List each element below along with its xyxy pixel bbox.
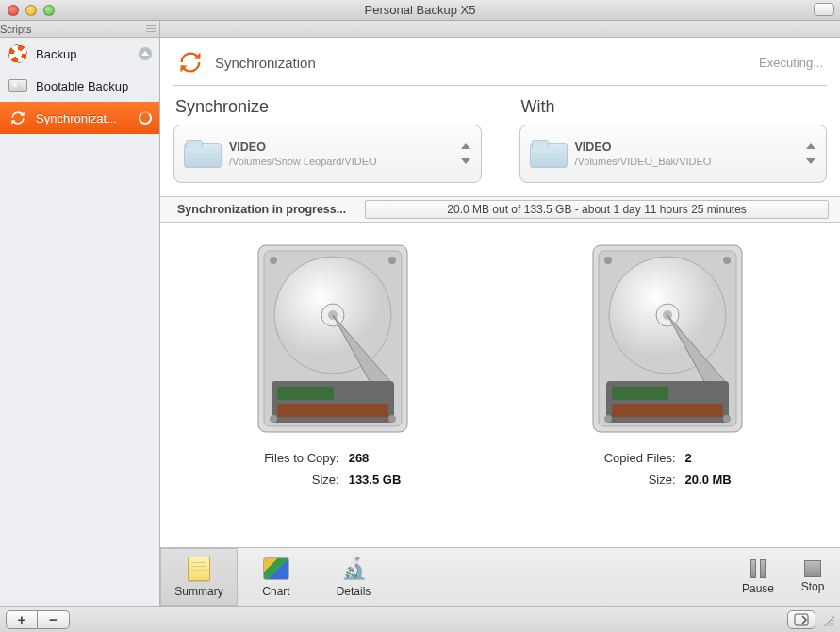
pause-label: Pause xyxy=(742,582,774,595)
harddrive-icon xyxy=(8,75,28,96)
progress-detail-text: 20.0 MB out of 133.5 GB - about 1 day 11… xyxy=(447,203,747,216)
executing-status: Executing... xyxy=(759,56,823,70)
source-folder-name: VIDEO xyxy=(229,141,451,154)
with-heading: With xyxy=(521,97,828,117)
dest-folder-name: VIDEO xyxy=(575,141,797,154)
sidebar-item-bootable-backup[interactable]: Bootable Backup xyxy=(0,70,159,102)
lifesaver-icon xyxy=(8,43,28,64)
dest-folder-picker[interactable]: VIDEO /Volumes/VIDEO_Bak/VIDEO xyxy=(519,125,828,183)
svg-point-8 xyxy=(270,257,277,264)
source-stats: Files to Copy: 268 Size: 133.5 GB xyxy=(264,451,401,487)
source-picker-stepper[interactable] xyxy=(460,143,471,164)
sidebar-item-synchronization[interactable]: Synchronizat... xyxy=(0,102,159,134)
sync-source-column: Synchronize VIDEO /Volumes/Snow Leopard/… xyxy=(173,91,482,183)
add-script-button[interactable]: + xyxy=(6,610,38,629)
zoom-window-button[interactable] xyxy=(43,5,55,16)
eject-icon[interactable] xyxy=(139,47,152,60)
main-panel: Synchronization Executing... Synchronize… xyxy=(160,38,840,606)
source-size-value: 133.5 GB xyxy=(349,473,402,487)
toolbar-toggle-button[interactable] xyxy=(814,3,834,16)
close-window-button[interactable] xyxy=(8,5,19,16)
stop-button[interactable]: Stop xyxy=(785,548,840,606)
minimize-window-button[interactable] xyxy=(25,5,37,16)
plus-icon: + xyxy=(18,611,26,627)
stop-label: Stop xyxy=(801,580,825,593)
chevron-up-icon xyxy=(806,143,815,149)
copied-files-label: Copied Files: xyxy=(604,451,676,465)
svg-rect-19 xyxy=(612,404,723,417)
svg-rect-18 xyxy=(612,387,668,400)
dest-drive-column: Copied Files: 2 Size: 20.0 MB xyxy=(515,240,822,487)
traffic-lights xyxy=(8,5,55,16)
notepad-icon xyxy=(185,556,213,582)
chart-icon xyxy=(262,556,290,582)
copied-files-value: 2 xyxy=(685,451,732,465)
playback-controls: Pause Stop xyxy=(731,548,840,606)
folder-icon xyxy=(530,140,566,168)
progress-detail-bar: 20.0 MB out of 133.5 GB - about 1 day 11… xyxy=(365,200,829,219)
resize-grip[interactable] xyxy=(821,613,834,626)
chevron-down-icon xyxy=(461,158,470,164)
chevron-up-icon xyxy=(461,143,470,149)
scripts-column-header: Scripts xyxy=(0,21,160,37)
page-title: Synchronization xyxy=(215,55,316,71)
svg-point-21 xyxy=(723,257,731,264)
harddrive-illustration xyxy=(253,240,413,438)
dest-folder-path: /Volumes/VIDEO_Bak/VIDEO xyxy=(575,156,797,167)
progress-label: Synchronization in progress... xyxy=(160,203,359,216)
chevron-down-icon xyxy=(806,158,815,164)
svg-point-11 xyxy=(388,415,396,423)
progress-spinner-icon xyxy=(139,111,152,125)
files-to-copy-value: 268 xyxy=(349,451,402,465)
dest-size-value: 20.0 MB xyxy=(685,473,732,487)
source-size-label: Size: xyxy=(264,473,338,487)
sidebar-item-backup[interactable]: Backup xyxy=(0,38,159,70)
folder-icon xyxy=(184,140,220,168)
microscope-icon: 🔬 xyxy=(339,556,368,582)
stop-icon xyxy=(804,560,821,577)
add-remove-segment: + − xyxy=(6,610,70,629)
bottom-tabbar: Summary Chart 🔬 Details Pause Stop xyxy=(160,547,840,606)
sidebar-item-label: Synchronizat... xyxy=(36,111,131,125)
sidebar-item-label: Bootable Backup xyxy=(36,79,152,93)
source-folder-picker[interactable]: VIDEO /Volumes/Snow Leopard/VIDEO xyxy=(173,125,482,183)
tab-summary[interactable]: Summary xyxy=(160,548,238,606)
svg-point-9 xyxy=(388,257,396,264)
scripts-header-label: Scripts xyxy=(0,24,32,35)
tab-label: Details xyxy=(337,585,371,598)
tab-chart[interactable]: Chart xyxy=(238,548,315,606)
svg-point-23 xyxy=(723,415,731,423)
harddrive-illustration xyxy=(587,240,748,438)
dest-stats: Copied Files: 2 Size: 20.0 MB xyxy=(604,451,732,487)
window-title: Personal Backup X5 xyxy=(0,3,840,17)
dest-picker-stepper[interactable] xyxy=(805,143,816,164)
svg-point-10 xyxy=(270,415,277,423)
svg-rect-6 xyxy=(277,387,334,400)
progress-row: Synchronization in progress... 20.0 MB o… xyxy=(160,196,840,223)
titlebar: Personal Backup X5 xyxy=(0,0,840,21)
sync-columns: Synchronize VIDEO /Volumes/Snow Leopard/… xyxy=(160,86,840,192)
tab-label: Summary xyxy=(174,585,222,598)
dest-size-label: Size: xyxy=(604,473,676,487)
window-bottom-bar: + − xyxy=(0,606,840,632)
minus-icon: − xyxy=(49,611,58,627)
files-to-copy-label: Files to Copy: xyxy=(264,451,338,465)
sidebar: Backup Bootable Backup Synchronizat... xyxy=(0,38,160,606)
svg-point-22 xyxy=(604,415,612,423)
drives-row: Files to Copy: 268 Size: 133.5 GB xyxy=(160,223,840,496)
main-header: Synchronization Executing... xyxy=(160,38,840,85)
pause-icon xyxy=(748,558,768,579)
scripts-header-grip-icon xyxy=(146,25,156,34)
panel-icon xyxy=(794,613,809,626)
svg-rect-7 xyxy=(277,404,388,417)
svg-point-20 xyxy=(604,257,612,264)
remove-script-button[interactable]: − xyxy=(38,610,70,629)
scripts-header: Scripts xyxy=(0,21,840,38)
source-drive-column: Files to Copy: 268 Size: 133.5 GB xyxy=(179,240,486,487)
tab-details[interactable]: 🔬 Details xyxy=(315,548,392,606)
tab-label: Chart xyxy=(262,585,289,598)
pause-button[interactable]: Pause xyxy=(731,548,785,606)
bottom-corner-button[interactable] xyxy=(787,610,815,629)
sidebar-item-label: Backup xyxy=(36,47,131,61)
sync-icon xyxy=(8,108,28,128)
